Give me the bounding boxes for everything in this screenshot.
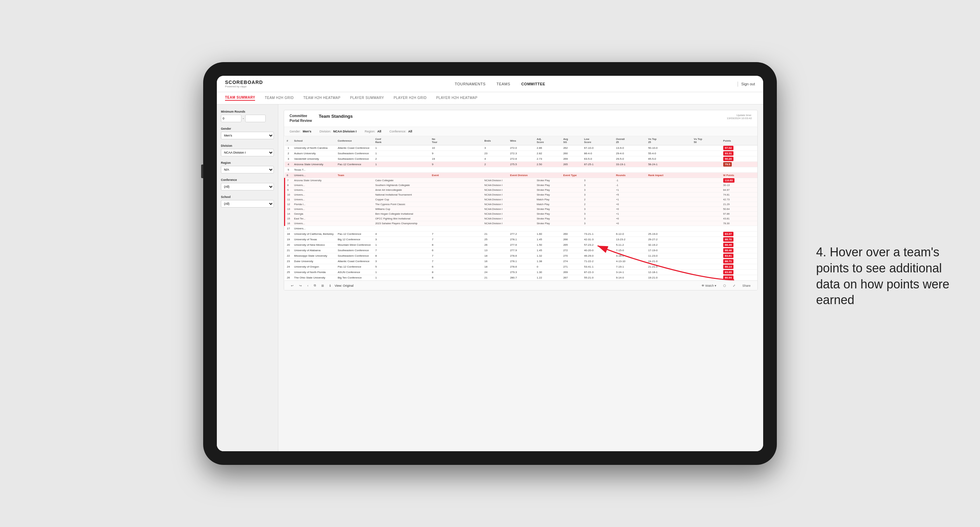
info-button[interactable]: ℹ	[328, 283, 332, 288]
table-row: 25 University of North Florida ASUN Conf…	[285, 270, 758, 275]
report-header: Committee Portal Review Team Standings U…	[284, 110, 757, 127]
nav-committee[interactable]: COMMITTEE	[521, 82, 545, 86]
th-school: School	[292, 136, 336, 145]
nav-teams[interactable]: TEAMS	[496, 82, 510, 86]
school-select[interactable]: (All)	[221, 200, 274, 208]
table-row: 3 Vanderbilt University Southeastern Con…	[285, 156, 758, 162]
logo-area: SCOREBOARD Powered by clippi	[225, 79, 263, 88]
resize-button[interactable]: ⤢	[732, 283, 737, 288]
division-select[interactable]: NCAA Division I	[221, 149, 274, 156]
standings-table: # School Conference ConfRank NoTour Bnds…	[284, 136, 757, 281]
tablet-side-button	[201, 165, 203, 178]
th-no-tour: NoTour	[430, 136, 482, 145]
nav-tournaments[interactable]: TOURNAMENTS	[455, 82, 485, 86]
division-label: Division	[221, 144, 274, 148]
filter-division: Division: NCAA Division I	[320, 130, 356, 133]
points-badge[interactable]: 83.89	[723, 270, 733, 275]
conference-label: Conference	[221, 178, 274, 182]
th-vs-top25: Vs Top25	[646, 136, 692, 145]
gender-label: Gender	[221, 127, 274, 130]
expanded-row: 7 Arizona State University Cabo Collegia…	[285, 178, 758, 183]
th-overall: Overall25	[614, 136, 646, 145]
sidebar: Minimum Rounds - Gender Men's Division	[217, 105, 278, 451]
tab-player-h2h-grid[interactable]: PLAYER H2H GRID	[394, 96, 427, 100]
bottom-toolbar: ↩ ↪ ‹ ⧉ ⊞ ℹ View: Original 👁 Watch ▾	[284, 281, 757, 290]
share-icon: ⬡	[722, 283, 727, 288]
tab-player-h2h-heatmap[interactable]: PLAYER H2H HEATMAP	[436, 96, 477, 100]
table-row: 18 University of California, Berkeley Pa…	[285, 232, 758, 237]
sidebar-division: Division NCAA Division I	[221, 144, 274, 156]
conference-select[interactable]: (All)	[221, 183, 274, 190]
expanded-header-row: 6 Univers... Team Event Event Division E…	[285, 173, 758, 178]
undo-button[interactable]: ↩	[290, 283, 295, 288]
points-badge[interactable]: 83.07	[723, 232, 733, 236]
filter-gender: Gender: Men's	[290, 130, 312, 133]
points-badge[interactable]: 88.70	[723, 237, 733, 242]
nav-left-button[interactable]: ‹	[306, 283, 310, 288]
table-row: 2 Auburn University Southeastern Confere…	[285, 151, 758, 156]
table-row: 22 Mississippi State University Southeas…	[285, 253, 758, 259]
sign-out-button[interactable]: Sign out	[741, 82, 755, 86]
th-bnds: Bnds	[482, 136, 508, 145]
points-badge[interactable]: 90.20	[723, 157, 733, 161]
points-badge[interactable]: 97.02	[723, 146, 733, 150]
table-row: 24 University of Oregon Pac-12 Conferenc…	[285, 264, 758, 270]
table-row: 23 Duke University Atlantic Coast Confer…	[285, 259, 758, 264]
redo-button[interactable]: ↪	[298, 283, 303, 288]
expanded-row: 15 East Ter... OFCC Fighting Illini Invi…	[285, 216, 758, 221]
sign-out-divider: | Sign out	[737, 81, 755, 87]
filter-bar: Gender: Men's Division: NCAA Division I …	[284, 127, 757, 136]
content-area: Committee Portal Review Team Standings U…	[278, 105, 763, 451]
expanded-row: 14 Georgia Ben Hogan Collegiate Invitati…	[285, 212, 758, 216]
expanded-row: 16 Univers... 2023 Sahalee Players Champ…	[285, 221, 758, 226]
points-badge[interactable]: 88.49	[723, 243, 733, 247]
th-vs-top50: Vs Top50	[692, 136, 721, 145]
tab-team-h2h-grid[interactable]: TEAM H2H GRID	[265, 96, 294, 100]
tablet-screen: SCOREBOARD Powered by clippi TOURNAMENTS…	[217, 76, 763, 451]
points-badge[interactable]: 80.94	[723, 275, 733, 280]
th-conference: Conference	[336, 136, 373, 145]
copy-button[interactable]: ⧉	[312, 283, 317, 288]
standings-title: Team Standings	[319, 114, 353, 119]
min-rounds-max[interactable]	[245, 115, 266, 122]
expanded-row: 13 Univers... Williams Cup NCAA Division…	[285, 207, 758, 212]
sub-nav: TEAM SUMMARY TEAM H2H GRID TEAM H2H HEAT…	[217, 92, 763, 105]
update-time: Update time: 13/03/2024 10:03:42	[727, 114, 752, 120]
main-nav: TOURNAMENTS TEAMS COMMITTEE	[455, 82, 545, 86]
points-badge-highlighted[interactable]: 79.5	[723, 162, 732, 167]
points-badge[interactable]: 88.48	[723, 248, 733, 252]
expanded-row: 10 Univers... National Invitational Tour…	[285, 192, 758, 197]
toolbar-left: ↩ ↪ ‹ ⧉ ⊞ ℹ View: Original	[290, 283, 353, 288]
school-label: School	[221, 195, 274, 198]
share-button[interactable]: Share	[741, 283, 752, 288]
view-label[interactable]: View: Original	[335, 284, 353, 287]
logo: SCOREBOARD	[225, 79, 263, 85]
th-conf-rank: ConfRank	[373, 136, 430, 145]
grid-button[interactable]: ⊞	[320, 283, 325, 288]
range-row: -	[221, 115, 274, 122]
sidebar-conference: Conference (All)	[221, 178, 274, 190]
table-row: 17 Univers...	[285, 226, 758, 232]
tab-team-h2h-heatmap[interactable]: TEAM H2H HEATMAP	[303, 96, 340, 100]
gender-select[interactable]: Men's	[221, 132, 274, 139]
tab-team-summary[interactable]: TEAM SUMMARY	[225, 95, 255, 101]
points-badge[interactable]: 88.14	[723, 265, 733, 269]
expanded-row: 8 Univers... Southern Highlands Collegia…	[285, 183, 758, 188]
points-badge[interactable]: 93.31	[723, 151, 733, 156]
expanded-row: 12 Florida I... The Cypress Point Classi…	[285, 202, 758, 207]
table-row: 20 University of New Mexico Mountain Wes…	[285, 242, 758, 248]
sidebar-region: Region N/A	[221, 161, 274, 173]
filter-conference: Conference: All	[389, 130, 412, 133]
region-select[interactable]: N/A	[221, 166, 274, 173]
min-rounds-min[interactable]	[221, 115, 242, 122]
points-badge[interactable]: 83.81	[723, 254, 733, 258]
filter-region: Region: All	[365, 130, 382, 133]
th-rank: #	[285, 136, 292, 145]
sidebar-school: School (All)	[221, 195, 274, 208]
logo-sub: Powered by clippi	[225, 85, 263, 88]
watch-button[interactable]: 👁 Watch ▾	[700, 283, 718, 288]
points-badge[interactable]: 110.63	[723, 178, 735, 183]
tab-player-summary[interactable]: PLAYER SUMMARY	[350, 96, 384, 100]
points-badge[interactable]: 88.71	[723, 259, 733, 264]
main-content: Minimum Rounds - Gender Men's Division	[217, 105, 763, 451]
